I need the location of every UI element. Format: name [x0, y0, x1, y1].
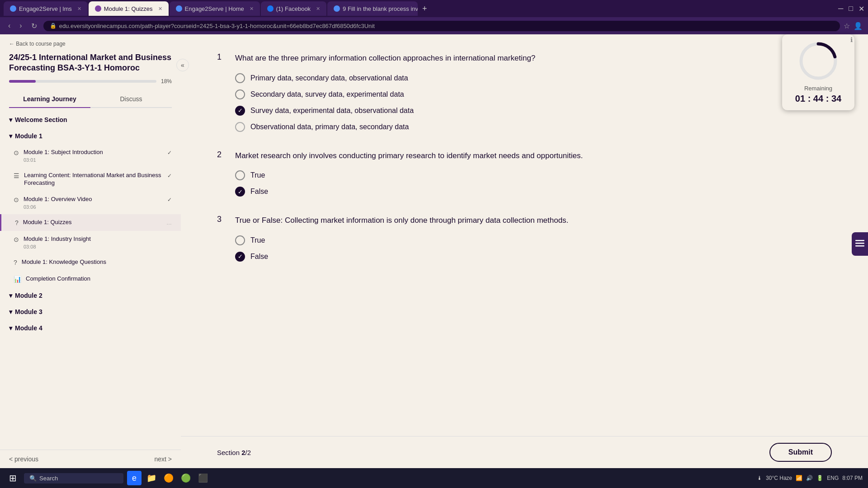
nav-item-completion[interactable]: 📊 Completion Confirmation [0, 271, 181, 287]
nav-section-module3: ▾ Module 3 [0, 304, 181, 320]
browser-actions: ☆ 👤 [844, 22, 863, 30]
radio-1-c[interactable] [235, 106, 245, 116]
option-1-a[interactable]: Primary data, secondary data, observatio… [235, 73, 832, 83]
tab-module1-quizzes[interactable]: Module 1: Quizzes ✕ [89, 1, 169, 16]
tab-discuss[interactable]: Discuss [90, 91, 172, 107]
submit-button[interactable]: Submit [769, 443, 832, 462]
question-block-2: 2 Market research only involves conducti… [217, 150, 832, 197]
taskbar-icon-files[interactable]: 📁 [144, 471, 159, 485]
module1-header[interactable]: ▾ Module 1 [0, 128, 181, 144]
check-icon-1: ✓ [167, 173, 172, 179]
nav-section-welcome: ▾ Welcome Section [0, 112, 181, 128]
pending-icon-3: … [166, 220, 172, 226]
radio-2-true[interactable] [235, 170, 245, 180]
nav-item-overview-video[interactable]: ⊙ Module 1: Overview Video 03:06 ✓ [0, 191, 181, 214]
maximize-button[interactable]: □ [849, 5, 853, 13]
option-1-d[interactable]: Observational data, primary data, second… [235, 122, 832, 132]
svg-rect-1 [855, 243, 864, 244]
previous-button[interactable]: < previous [9, 455, 38, 463]
option-2-true[interactable]: True [235, 170, 832, 180]
tab-close-4[interactable]: ✕ [316, 6, 320, 12]
section-info: Section 2/2 [217, 449, 251, 456]
radio-1-b[interactable] [235, 89, 245, 99]
radio-1-a[interactable] [235, 73, 245, 83]
taskbar-search-button[interactable]: 🔍 Search [24, 473, 123, 483]
play-icon-2: ⊙ [14, 196, 19, 203]
options-list-2: True False [217, 170, 832, 197]
sidebar-collapse-button[interactable]: « [176, 59, 189, 71]
timer-widget: ℹ Remaining 01 : 44 : 34 [782, 34, 854, 110]
back-to-course-link[interactable]: ← Back to course page [9, 41, 172, 47]
question-row-1: 1 What are the three primary information… [217, 52, 832, 64]
nav-item-learning-content[interactable]: ☰ Learning Content: International Market… [0, 167, 181, 192]
chevron-right-icon-m3: ▾ [9, 308, 12, 315]
taskbar-right: 🌡 30°C Haze 📶 🔊 🔋 ENG 8:07 PM [757, 475, 863, 481]
taskbar-language[interactable]: ENG [827, 475, 839, 481]
question-row-3: 3 True or False: Collecting market infor… [217, 215, 832, 226]
option-text-1-b: Secondary data, survey data, experimenta… [250, 90, 404, 99]
notes-button[interactable] [852, 232, 868, 256]
address-text: edu.eversityonlinecampus.com/path-player… [59, 23, 375, 29]
tab-close-2[interactable]: ✕ [158, 6, 162, 12]
progress-bar-container: 18% [9, 78, 172, 84]
taskbar-icon-app2[interactable]: 🟢 [179, 471, 193, 485]
taskbar: ⊞ 🔍 Search e 📁 🟠 🟢 ⬛ 🌡 30°C Haze 📶 🔊 🔋 E… [0, 468, 868, 488]
forward-browser-button[interactable]: › [17, 21, 24, 31]
tab-close-3[interactable]: ✕ [250, 6, 254, 12]
option-text-2-false: False [250, 188, 268, 196]
reload-button[interactable]: ↻ [28, 21, 40, 31]
nav-item-subject-intro[interactable]: ⊙ Module 1: Subject Introduction 03:01 ✓ [0, 144, 181, 167]
module2-header[interactable]: ▾ Module 2 [0, 287, 181, 304]
welcome-section-header[interactable]: ▾ Welcome Section [0, 112, 181, 128]
nav-item-quizzes[interactable]: ? Module 1: Quizzes … [0, 214, 181, 231]
next-button[interactable]: next > [154, 455, 172, 463]
radio-1-d[interactable] [235, 122, 245, 132]
start-button[interactable]: ⊞ [5, 471, 20, 485]
tab-facebook[interactable]: (1) Facebook ✕ [261, 1, 327, 16]
taskbar-icon-app1[interactable]: 🟠 [161, 471, 176, 485]
tab-engage2serve-home[interactable]: Engage2Serve | Home ✕ [170, 1, 260, 16]
tab-close-1[interactable]: ✕ [77, 6, 81, 12]
nav-item-knowledge-questions[interactable]: ? Module 1: Knowledge Questions [0, 254, 181, 271]
question-text-1: What are the three primary information c… [235, 52, 535, 64]
new-tab-button[interactable]: + [419, 4, 431, 14]
bookmark-icon[interactable]: ☆ [844, 22, 850, 30]
question-text-3: True or False: Collecting market informa… [235, 215, 568, 226]
taskbar-icon-app3[interactable]: ⬛ [196, 471, 210, 485]
option-3-true[interactable]: True [235, 235, 832, 245]
quiz-icon-5: ? [14, 259, 17, 266]
tab-engage2serve-lms[interactable]: Engage2Serve | lms ✕ [4, 1, 88, 16]
option-text-3-false: False [250, 253, 268, 261]
question-block-1: 1 What are the three primary information… [217, 52, 832, 132]
minimize-button[interactable]: ─ [838, 5, 843, 13]
address-bar[interactable]: 🔒 edu.eversityonlinecampus.com/path-play… [43, 21, 840, 31]
option-text-1-d: Observational data, primary data, second… [250, 123, 409, 131]
radio-3-false[interactable] [235, 252, 245, 262]
ssl-lock-icon: 🔒 [50, 23, 57, 29]
taskbar-icons: e 📁 🟠 🟢 ⬛ [127, 471, 210, 485]
timer-value: 01 : 44 : 34 [795, 94, 841, 104]
timer-info-button[interactable]: ℹ [850, 36, 853, 43]
question-number-3: 3 [217, 215, 228, 226]
module4-header[interactable]: ▾ Module 4 [0, 320, 181, 336]
check-icon-2: ✓ [167, 197, 172, 203]
radio-2-false[interactable] [235, 187, 245, 197]
option-1-c[interactable]: Survey data, experimental data, observat… [235, 106, 832, 116]
nav-item-industry-insight[interactable]: ⊙ Module 1: Industry Insight 03:08 [0, 231, 181, 254]
question-text-2: Market research only involves conducting… [235, 150, 583, 162]
tab-fill-blank[interactable]: 9 Fill in the blank process invol... ✕ [327, 1, 418, 16]
option-2-false[interactable]: False [235, 187, 832, 197]
tab-learning-journey[interactable]: Learning Journey [9, 91, 90, 108]
chevron-down-icon: ▾ [9, 116, 12, 123]
module3-header[interactable]: ▾ Module 3 [0, 304, 181, 320]
option-1-b[interactable]: Secondary data, survey data, experimenta… [235, 89, 832, 99]
question-number-1: 1 [217, 52, 228, 64]
user-icon[interactable]: 👤 [854, 22, 863, 30]
taskbar-icon-edge[interactable]: e [127, 471, 142, 485]
chevron-down-icon-m1: ▾ [9, 132, 12, 140]
close-window-button[interactable]: ✕ [859, 5, 864, 13]
option-3-false[interactable]: False [235, 252, 832, 262]
back-browser-button[interactable]: ‹ [5, 21, 13, 31]
option-text-1-a: Primary data, secondary data, observatio… [250, 74, 408, 82]
radio-3-true[interactable] [235, 235, 245, 245]
